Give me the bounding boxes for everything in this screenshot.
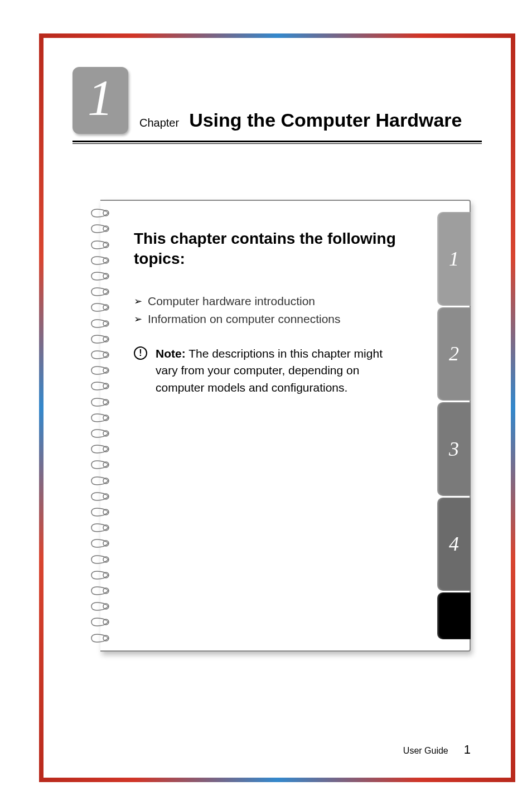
spiral-ring-icon [90,397,110,407]
spiral-ring-icon [90,555,110,565]
title-wrap: Chapter Using the Computer Hardware [139,109,482,134]
tab-chapter-1[interactable]: 1 [437,212,471,306]
spiral-ring-icon [90,601,110,611]
note-text: Note: The descriptions in this chapter m… [156,345,397,396]
content-area: 1 Chapter Using the Computer Hardware Th… [50,42,504,771]
spiral-ring-icon [90,633,110,643]
footer: User Guide 1 [403,742,471,757]
spiral-ring-icon [90,255,110,266]
list-item: ➢ Information on computer connections [134,312,442,326]
note-body: The descriptions in this chapter might v… [156,347,383,394]
exclamation-icon: ! [134,346,147,360]
section-heading: This chapter contains the following topi… [134,229,442,269]
notebook-panel: This chapter contains the following topi… [100,200,471,652]
topic-text: Computer hardware introduction [148,295,315,308]
chapter-number: 1 [88,72,113,123]
spiral-ring-icon [90,428,110,438]
note-callout: ! Note: The descriptions in this chapter… [134,345,442,396]
tab-label: 2 [449,342,459,365]
notebook-container: This chapter contains the following topi… [84,200,471,652]
spiral-ring-icon [90,538,110,548]
spiral-ring-icon [90,523,110,533]
chapter-title: Using the Computer Hardware [189,109,482,131]
tab-chapter-3[interactable]: 3 [437,402,471,496]
spiral-binding [90,205,110,646]
spiral-ring-icon [90,381,110,391]
spiral-ring-icon [90,570,110,580]
frame-bottom [39,778,515,782]
spiral-ring-icon [90,617,110,627]
spiral-ring-icon [90,350,110,360]
title-divider [72,141,482,144]
spiral-ring-icon [90,507,110,517]
title-row: Chapter Using the Computer Hardware [139,109,482,134]
page-number: 1 [464,742,471,757]
chapter-header: 1 Chapter Using the Computer Hardware [50,42,504,134]
tab-chapter-4[interactable]: 4 [437,498,471,591]
note-label: Note: [156,347,186,360]
tab-chapter-2[interactable]: 2 [437,307,471,401]
topic-list: ➢ Computer hardware introduction ➢ Infor… [134,295,442,326]
spiral-ring-icon [90,287,110,297]
topic-text: Information on computer connections [148,312,341,326]
tab-spacer [437,592,471,639]
spiral-ring-icon [90,302,110,312]
chapter-number-box: 1 [72,67,128,134]
spiral-ring-icon [90,224,110,234]
spiral-ring-icon [90,476,110,486]
spiral-ring-icon [90,491,110,502]
chapter-tabs: 1 2 3 4 [437,212,471,639]
spiral-ring-icon [90,365,110,375]
footer-label: User Guide [403,746,448,756]
tab-label: 3 [449,437,459,461]
spiral-ring-icon [90,444,110,454]
spiral-ring-icon [90,271,110,281]
spiral-ring-icon [90,334,110,344]
tab-label: 1 [449,247,459,271]
tab-label: 4 [449,532,459,556]
list-item: ➢ Computer hardware introduction [134,295,442,308]
arrow-icon: ➢ [134,313,142,325]
spiral-ring-icon [90,586,110,596]
spiral-ring-icon [90,240,110,250]
spiral-ring-icon [90,319,110,329]
spiral-ring-icon [90,413,110,423]
spiral-ring-icon [90,208,110,218]
arrow-icon: ➢ [134,295,142,307]
spiral-ring-icon [90,460,110,470]
chapter-label: Chapter [139,117,179,129]
